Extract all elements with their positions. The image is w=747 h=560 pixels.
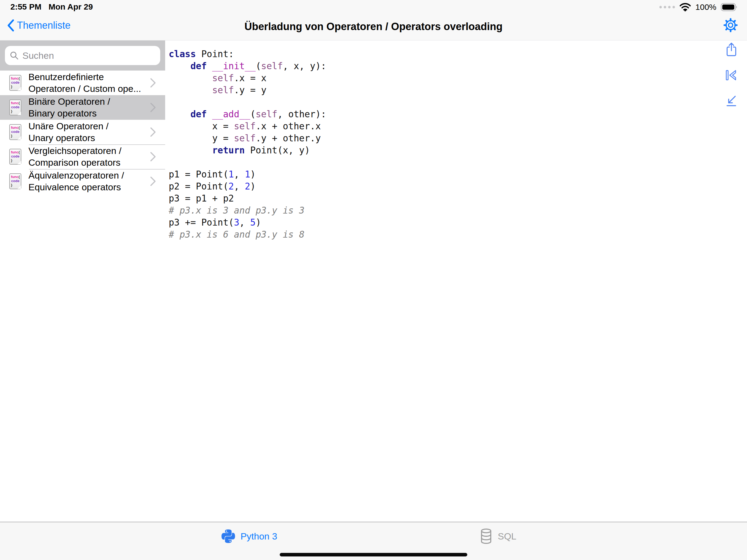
share-icon (725, 42, 738, 57)
code-line: # p3.x is 6 and p3.y is 8 (169, 229, 747, 240)
code-line: p3 = p1 + p2 (169, 193, 747, 205)
settings-button[interactable] (723, 18, 738, 33)
language-tabbar: Python 3 SQL (0, 522, 747, 560)
header: 2:55 PM Mon Apr 29 100% Themenliste Übe (0, 0, 747, 41)
code-line (169, 156, 747, 169)
code-line: p3 += Point(3, 5) (169, 217, 747, 229)
sidebar-item-label: Vergleichsoperatoren /Comparison operato… (28, 145, 165, 169)
sidebar-item-equivalence-operators[interactable]: func{ code } Äquivalenzoperatoren /Equiv… (0, 169, 165, 194)
code-line: p1 = Point(1, 1) (169, 169, 747, 180)
sidebar-item-binary-operators[interactable]: func{ code } Binäre Operatoren /Binary o… (0, 95, 165, 120)
code-line: # p3.x is 3 and p3.y is 3 (169, 205, 747, 217)
search-input[interactable] (22, 50, 155, 61)
home-indicator[interactable] (280, 553, 467, 556)
code-line: self.x = x (169, 72, 747, 84)
code-line: return Point(x, y) (169, 144, 747, 156)
code-line: class Point: (169, 48, 747, 60)
tab-sql-label: SQL (498, 531, 516, 542)
sidebar-item-label: Unäre Operatoren /Unary operators (28, 120, 165, 144)
share-button[interactable] (725, 42, 738, 57)
skip-to-start-button[interactable] (725, 69, 738, 82)
code-line: def __add__(self, other): (169, 108, 747, 120)
database-icon (479, 528, 493, 544)
sidebar-item-custom-operators[interactable]: func{ code } BenutzerdefinierteOperatore… (0, 71, 165, 95)
func-code-icon: func{ code } (9, 149, 21, 164)
code-editor[interactable]: class Point: def __init__(self, x, y): s… (165, 41, 747, 522)
code-line: x = self.x + other.x (169, 120, 747, 132)
code-line: y = self.y + other.y (169, 132, 747, 144)
tab-python3-label: Python 3 (241, 531, 277, 542)
row-separator (29, 144, 165, 145)
gear-icon (723, 18, 738, 33)
page-title: Überladung von Operatoren / Operators ov… (0, 21, 747, 32)
jump-bottom-left-icon (725, 95, 738, 108)
row-separator (29, 169, 165, 170)
code-line: def __init__(self, x, y): (169, 60, 747, 72)
status-clock: 2:55 PM Mon Apr 29 (10, 2, 93, 11)
topic-sidebar: func{ code } BenutzerdefinierteOperatore… (0, 41, 165, 522)
python-logo-icon (221, 528, 236, 544)
code-line: self.y = y (169, 84, 747, 96)
chevron-right-icon (150, 102, 156, 113)
status-indicators: 100% (659, 2, 738, 12)
search-field[interactable] (5, 46, 160, 65)
chevron-right-icon (150, 152, 156, 162)
search-icon (10, 51, 19, 60)
search-strip (0, 41, 165, 71)
func-code-icon: func{ code } (9, 75, 21, 91)
sidebar-item-label: Binäre Operatoren /Binary operators (28, 96, 165, 119)
func-code-icon: func{ code } (9, 100, 21, 116)
func-code-icon: func{ code } (9, 173, 21, 189)
sidebar-item-label: Äquivalenzoperatoren /Equivalence operat… (28, 170, 165, 193)
battery-icon (721, 3, 738, 11)
sidebar-item-label: BenutzerdefinierteOperatoren / Custom op… (28, 71, 165, 95)
chevron-right-icon (150, 127, 156, 137)
cellular-signal-icon (659, 5, 675, 9)
chevron-right-icon (150, 78, 156, 88)
battery-percent: 100% (695, 2, 716, 12)
status-date: Mon Apr 29 (48, 2, 93, 11)
chevron-right-icon (150, 176, 156, 186)
code-line (169, 96, 747, 108)
jump-bottom-left-button[interactable] (725, 95, 738, 108)
tab-sql[interactable]: SQL (479, 528, 516, 544)
skip-to-start-icon (725, 69, 738, 81)
code-line: p2 = Point(2, 2) (169, 180, 747, 193)
sidebar-item-comparison-operators[interactable]: func{ code } Vergleichsoperatoren /Compa… (0, 144, 165, 169)
sidebar-item-unary-operators[interactable]: func{ code } Unäre Operatoren /Unary ope… (0, 120, 165, 144)
tab-python3[interactable]: Python 3 (221, 528, 277, 544)
func-code-icon: func{ code } (9, 124, 21, 140)
wifi-icon (679, 3, 691, 11)
status-time: 2:55 PM (10, 2, 41, 11)
